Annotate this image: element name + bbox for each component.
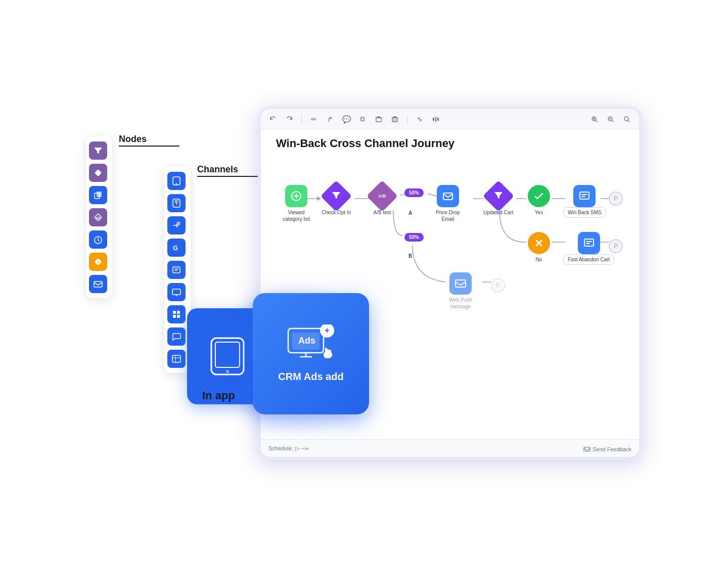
svg-rect-27	[215, 342, 240, 367]
svg-text:!: !	[98, 260, 99, 265]
alert-node-icon[interactable]: !	[89, 253, 107, 271]
ab-node-icon[interactable]: AB	[89, 208, 107, 226]
grid-channel-icon[interactable]	[167, 305, 186, 323]
svg-rect-0	[95, 169, 102, 176]
schedule-bar: Schedule: ▷→∞ Send Feedback	[261, 439, 639, 457]
svg-rect-37	[376, 118, 381, 122]
svg-rect-61	[580, 192, 589, 199]
schedule-label: Schedule:	[268, 445, 293, 451]
copy-button[interactable]: ⧉	[356, 113, 369, 125]
a-label: A	[408, 210, 412, 216]
svg-rect-64	[584, 447, 590, 451]
timer-node-icon[interactable]	[89, 230, 107, 249]
svg-point-28	[226, 370, 229, 373]
zoom-in-button[interactable]	[588, 113, 601, 125]
svg-point-12	[176, 202, 177, 204]
svg-rect-8	[94, 281, 102, 287]
zoom-out-button[interactable]	[605, 113, 617, 125]
svg-rect-26	[211, 338, 244, 374]
toolbar-divider-2	[407, 115, 407, 124]
svg-text:G: G	[173, 244, 178, 252]
distribute-button[interactable]	[430, 113, 442, 125]
comment-button[interactable]: 💬	[340, 113, 352, 125]
a-badge: 50%	[404, 188, 424, 197]
align-button[interactable]	[414, 113, 426, 125]
toolbar-divider-1	[301, 115, 302, 124]
no-label: No	[536, 256, 542, 263]
b-badge: 50%	[404, 233, 424, 242]
win-back-sms-box: Win Back SMS	[563, 207, 606, 218]
svg-text:+: +	[325, 326, 329, 335]
schedule-value: ▷→∞	[295, 445, 309, 452]
end-node-3: P	[491, 278, 505, 293]
redirect-channel-icon[interactable]	[167, 216, 186, 234]
nodes-panel: AB !	[86, 136, 112, 298]
crm-ads-title: CRM Ads add	[278, 370, 343, 383]
end-node-1: P	[609, 192, 623, 206]
svg-rect-62	[584, 239, 594, 246]
svg-rect-20	[177, 311, 180, 314]
svg-rect-21	[173, 315, 176, 318]
undo-button[interactable]	[267, 113, 279, 125]
inapp-label: In app	[202, 389, 235, 402]
no-node[interactable]: No	[528, 232, 550, 263]
filter-node-icon[interactable]	[89, 142, 107, 160]
google-channel-icon[interactable]: G	[167, 239, 186, 257]
svg-rect-2	[97, 192, 102, 197]
price-drop-node[interactable]: Price Drop Email	[433, 185, 463, 222]
send-feedback-label: Send Feedback	[593, 446, 631, 452]
delete-button[interactable]	[373, 113, 385, 125]
ab-test-node[interactable]: A/B A/B test	[371, 185, 393, 216]
svg-text:Ads: Ads	[298, 336, 315, 346]
svg-rect-42	[435, 117, 436, 122]
web-push-node[interactable]: Web Push message	[445, 272, 476, 310]
nodes-label-underline	[119, 146, 179, 147]
inapp-channel-icon[interactable]	[167, 172, 186, 190]
crm-channel-icon[interactable]	[167, 261, 186, 279]
price-drop-label: Price Drop Email	[433, 209, 463, 222]
svg-rect-23	[172, 355, 180, 362]
svg-rect-15	[173, 267, 180, 273]
table-channel-icon[interactable]	[167, 350, 186, 368]
email-node-icon[interactable]	[89, 275, 107, 293]
canvas-title: Win-Back Cross Channel Journey	[276, 137, 454, 150]
crm-ads-card[interactable]: Ads + CRM Ads add	[253, 293, 369, 414]
svg-rect-43	[437, 118, 439, 121]
fit-button[interactable]	[621, 113, 633, 125]
win-back-sms-node[interactable]: Win Back SMS	[563, 185, 606, 218]
copy-node-icon[interactable]	[89, 186, 107, 204]
svg-rect-19	[173, 311, 176, 314]
svg-rect-16	[172, 289, 180, 295]
channels-label-underline	[197, 176, 263, 177]
svg-rect-63	[456, 280, 466, 287]
fast-abandon-box: Fast Abandon Cart	[563, 254, 614, 265]
trigger-label: Viewed category list	[281, 209, 311, 222]
chat-channel-icon[interactable]	[167, 327, 186, 346]
svg-rect-38	[392, 118, 397, 122]
nodes-label: Nodes	[119, 134, 147, 145]
channels-label: Channels	[197, 164, 238, 175]
push-channel-icon[interactable]	[167, 194, 186, 212]
trash-button[interactable]	[389, 113, 401, 125]
fast-abandon-node[interactable]: Fast Abandon Cart	[563, 232, 614, 265]
bend-button[interactable]: ↱	[324, 113, 336, 125]
yes-label: Yes	[535, 209, 543, 216]
check-optin-node[interactable]: Check Opt In	[322, 185, 351, 216]
svg-rect-22	[177, 315, 180, 318]
end-node-2: P	[609, 239, 623, 253]
b-label: B	[408, 253, 412, 259]
redo-button[interactable]	[283, 113, 295, 125]
web-push-label: Web Push message	[445, 297, 476, 310]
trigger-node[interactable]: Viewed category list	[281, 185, 311, 222]
draw-button[interactable]: ✏	[308, 113, 320, 125]
canvas-toolbar: ✏ ↱ 💬 ⧉	[261, 109, 639, 129]
yes-node[interactable]: Yes	[528, 185, 550, 216]
svg-point-46	[624, 117, 628, 121]
svg-text:AB: AB	[96, 216, 101, 220]
updated-cart-node[interactable]: Updated Cart	[483, 185, 513, 216]
svg-rect-60	[443, 193, 452, 200]
display-channel-icon[interactable]	[167, 283, 186, 301]
svg-rect-41	[433, 118, 434, 121]
diamond-node-icon[interactable]	[89, 164, 107, 182]
send-feedback-button[interactable]: Send Feedback	[583, 446, 631, 453]
